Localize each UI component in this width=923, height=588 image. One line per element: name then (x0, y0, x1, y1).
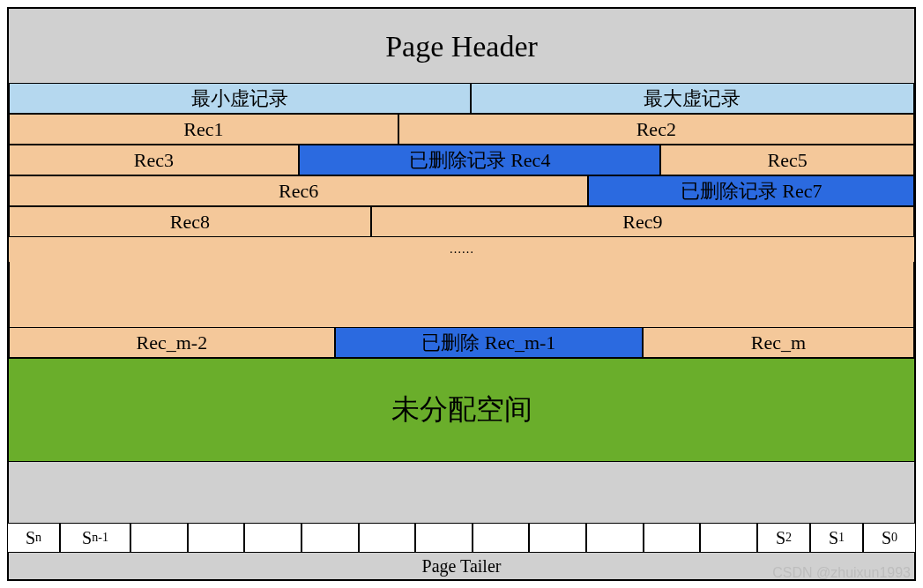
rec9: Rec9 (371, 206, 914, 237)
ellipsis: …… (9, 237, 914, 262)
rec7-deleted: 已删除记录 Rec7 (588, 175, 914, 206)
slot-s1: S1 (810, 523, 863, 553)
slot-empty (529, 523, 586, 553)
max-virtual-record: 最大虚记录 (471, 83, 914, 114)
unallocated-space: 未分配空间 (9, 358, 914, 462)
min-virtual-record: 最小虚记录 (9, 83, 471, 114)
rec3: Rec3 (9, 145, 299, 175)
records-gap (9, 262, 914, 327)
page-header-title: Page Header (9, 9, 914, 83)
rec2: Rec2 (398, 114, 914, 145)
slot-empty (644, 523, 701, 553)
record-row-1: Rec1 Rec2 (9, 114, 914, 145)
record-row-m: Rec_m-2 已删除 Rec_m-1 Rec_m (9, 327, 914, 358)
virtual-records-row: 最小虚记录 最大虚记录 (9, 83, 914, 114)
rec-m-1-deleted: 已删除 Rec_m-1 (335, 327, 643, 358)
slot-empty (188, 523, 245, 553)
slot-sn-1: Sn-1 (60, 523, 130, 553)
record-row-4: Rec8 Rec9 (9, 206, 914, 237)
slot-directory: Sn Sn-1 S2 S1 S0 (7, 523, 916, 553)
rec8: Rec8 (9, 206, 371, 237)
slot-empty (301, 523, 359, 553)
slot-s0: S0 (863, 523, 916, 553)
slot-empty (244, 523, 301, 553)
slot-empty (359, 523, 416, 553)
rec-m-2: Rec_m-2 (9, 327, 335, 358)
slot-empty (415, 523, 473, 553)
slot-empty (586, 523, 644, 553)
rec5: Rec5 (660, 145, 914, 175)
slot-s2: S2 (757, 523, 810, 553)
rec-m: Rec_m (643, 327, 914, 358)
slot-empty (130, 523, 188, 553)
slot-sn: Sn (7, 523, 60, 553)
rec1: Rec1 (9, 114, 398, 145)
slot-empty (700, 523, 757, 553)
rec4-deleted: 已删除记录 Rec4 (299, 145, 661, 175)
watermark: CSDN @zhuixun1993 (772, 565, 911, 581)
record-row-3: Rec6 已删除记录 Rec7 (9, 175, 914, 206)
rec6: Rec6 (9, 175, 588, 206)
slot-empty (473, 523, 530, 553)
record-row-2: Rec3 已删除记录 Rec4 Rec5 (9, 145, 914, 175)
